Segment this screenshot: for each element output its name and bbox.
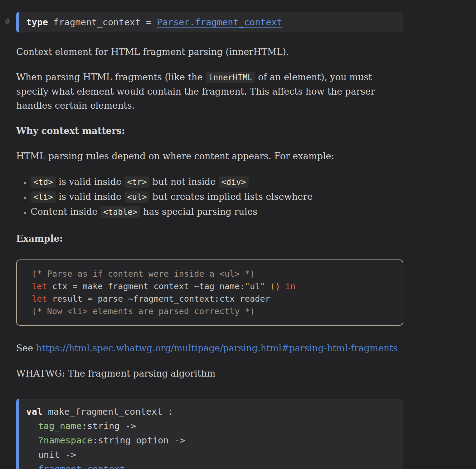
code-line: ?namespace:string option -> — [26, 433, 396, 447]
text-segment: :string option -> — [93, 435, 185, 446]
text-segment: but not inside — [149, 176, 218, 187]
code-line: unit -> — [26, 447, 396, 462]
text-segment: result = parse ~fragment_context:ctx rea… — [47, 294, 270, 304]
text-segment: When parsing HTML fragments (like the — [16, 72, 206, 82]
code-line: val make_fragment_context : — [26, 404, 396, 419]
inline-code: <li> — [31, 191, 56, 203]
list-item: <td> is valid inside <tr> but not inside… — [31, 175, 403, 189]
code-line: (* Now <li> elements are parsed correctl… — [32, 305, 395, 318]
text-segment: tag_name — [38, 421, 82, 431]
code-line: (* Parse as if content were inside a <ul… — [32, 268, 395, 280]
text-segment — [280, 281, 285, 291]
paragraph-rules-intro: HTML parsing rules depend on where conte… — [16, 149, 403, 163]
text-segment: (* Now <li> elements are parsed correctl… — [32, 306, 255, 316]
type-declaration: type fragment_context = Parser.fragment_… — [16, 12, 403, 32]
why-context-heading: Why context matters: — [16, 124, 403, 138]
text-segment: let — [32, 281, 47, 291]
inline-code: <td> — [31, 176, 56, 188]
text-segment: type — [26, 17, 48, 27]
text-segment: Content inside — [31, 206, 100, 217]
text-segment — [265, 281, 270, 291]
text-segment: (* Parse as if content were inside a <ul… — [32, 269, 255, 279]
text-segment: make_fragment_context : — [42, 406, 173, 417]
text-segment: unit -> — [38, 449, 76, 460]
text-segment: val — [26, 406, 42, 417]
link[interactable]: Parser.fragment_context — [157, 17, 282, 27]
link[interactable]: https://html.spec.whatwg.org/multipage/p… — [36, 343, 397, 353]
text-segment: () — [270, 281, 280, 291]
paragraph-see-link: See https://html.spec.whatwg.org/multipa… — [16, 341, 403, 355]
text-segment: fragment_context = — [48, 17, 157, 27]
bullet-list: <td> is valid inside <tr> but not inside… — [16, 175, 403, 219]
text-segment: ctx = make_fragment_context ~tag_name: — [47, 281, 245, 291]
inline-code: <ul> — [124, 191, 150, 203]
text-segment: but creates implied lists elsewhere — [149, 191, 313, 202]
anchor-hash-link[interactable]: # — [5, 17, 10, 26]
list-item: <li> is valid inside <ul> but creates im… — [31, 190, 403, 204]
text-segment: See — [16, 343, 36, 353]
link[interactable]: fragment_context — [38, 464, 125, 469]
paragraph-summary: Context element for HTML fragment parsin… — [16, 45, 403, 59]
inline-code: <table> — [100, 206, 140, 218]
paragraph-whatwg: WHATWG: The fragment parsing algorithm — [16, 367, 403, 381]
type-declaration-row: # type fragment_context = Parser.fragmen… — [16, 12, 403, 32]
code-line: fragment_context — [26, 462, 396, 469]
code-line: tag_name:string -> — [26, 419, 396, 433]
val-declaration: val make_fragment_context : tag_name:str… — [16, 399, 403, 469]
text-segment: is valid inside — [56, 191, 124, 202]
list-item: Content inside <table> has special parsi… — [31, 205, 403, 219]
text-segment: in — [285, 281, 296, 291]
example-code-block: (* Parse as if content were inside a <ul… — [16, 259, 403, 326]
code-line: let ctx = make_fragment_context ~tag_nam… — [32, 280, 395, 293]
doc-page: # type fragment_context = Parser.fragmen… — [0, 0, 403, 469]
text-segment: is valid inside — [56, 176, 124, 187]
inline-code: <tr> — [124, 176, 150, 188]
inline-code: innerHTML — [206, 72, 255, 83]
example-heading: Example: — [16, 232, 403, 246]
paragraph-description: When parsing HTML fragments (like the in… — [16, 70, 403, 113]
text-segment: :string -> — [82, 421, 136, 431]
code-line: let result = parse ~fragment_context:ctx… — [32, 293, 395, 305]
inline-code: <div> — [219, 176, 249, 188]
text-segment: let — [32, 294, 47, 304]
text-segment: has special parsing rules — [140, 206, 257, 217]
val-declaration-row: val make_fragment_context : tag_name:str… — [16, 399, 403, 469]
text-segment: ?namespace — [38, 435, 93, 446]
text-segment: "ul" — [245, 281, 265, 291]
